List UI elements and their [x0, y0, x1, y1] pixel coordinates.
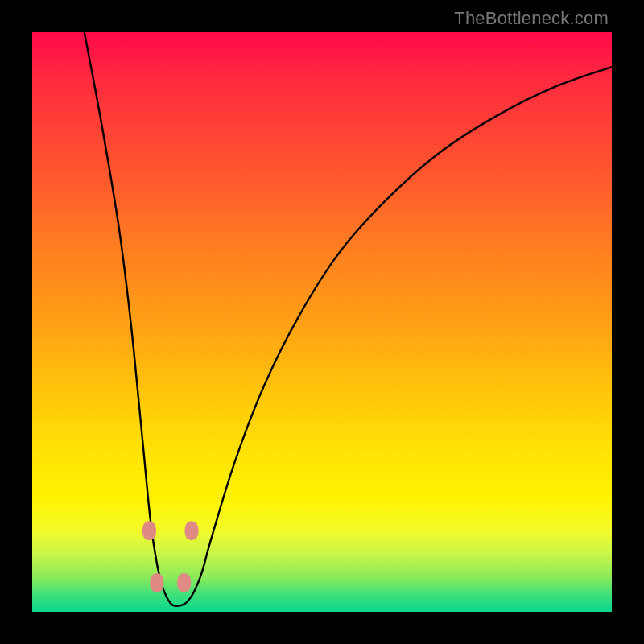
- chart-frame: TheBottleneck.com: [0, 0, 644, 644]
- curve-path: [85, 32, 612, 606]
- plot-area: [32, 32, 612, 612]
- watermark-text: TheBottleneck.com: [454, 8, 609, 29]
- marker-dot: [150, 573, 163, 592]
- marker-dot: [177, 573, 191, 592]
- marker-dot: [185, 521, 199, 540]
- markers: [142, 521, 199, 592]
- curve-path-group: [85, 32, 612, 606]
- bottleneck-curve: [32, 32, 612, 612]
- marker-dot: [142, 521, 156, 540]
